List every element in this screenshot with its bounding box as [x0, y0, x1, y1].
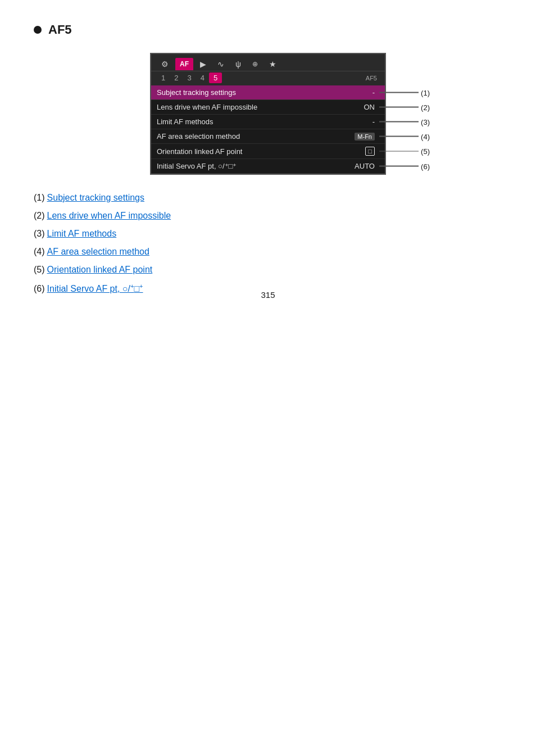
menu-item-2-value: ON [364, 103, 375, 111]
section-title: AF5 [48, 22, 72, 37]
desc-num-1: (1) [34, 193, 45, 203]
desc-item-4: (4) AF area selection method [34, 247, 502, 257]
desc-link-5[interactable]: Orientation linked AF point [47, 265, 153, 275]
tab-af-icon: AF [175, 58, 193, 70]
bullet-dot [34, 26, 42, 34]
menu-numbers: 1 2 3 4 5 AF5 [151, 71, 385, 85]
tab-wave-icon: ∿ [213, 57, 229, 71]
menu-num-3: 3 [183, 73, 196, 83]
desc-num-6: (6) [34, 284, 45, 294]
menu-item-1-label: Subject tracking settings [157, 88, 373, 97]
desc-item-1: (1) Subject tracking settings [34, 193, 502, 203]
callout-6: (6) [379, 162, 430, 170]
menu-item-4[interactable]: AF area selection method M-Fn (4) [151, 129, 385, 144]
menu-item-5[interactable]: Orientation linked AF point □ (5) [151, 144, 385, 159]
tab-network-icon: ⊕ [248, 58, 262, 70]
menu-item-4-label: AF area selection method [157, 132, 355, 141]
menu-items: Subject tracking settings - (1) Lens dri… [151, 85, 385, 174]
section-header: AF5 [34, 22, 502, 37]
desc-link-4[interactable]: AF area selection method [47, 247, 149, 257]
desc-link-2[interactable]: Lens drive when AF impossible [47, 211, 171, 221]
callout-2: (2) [379, 103, 430, 111]
menu-num-5: 5 [209, 73, 222, 83]
camera-menu: ⚙ AF ▶ ∿ ψ ⊕ ★ 1 2 3 4 5 AF5 Su [150, 53, 386, 175]
menu-item-6[interactable]: Initial Servo AF pt, ○/⁺□⁺ AUTO (6) [151, 159, 385, 174]
desc-link-1[interactable]: Subject tracking settings [47, 193, 144, 203]
menu-item-3[interactable]: Limit AF methods - (3) [151, 115, 385, 129]
menu-num-2: 2 [170, 73, 183, 83]
menu-item-1-value: - [373, 88, 375, 97]
desc-num-4: (4) [34, 247, 45, 257]
desc-list: (1) Subject tracking settings (2) Lens d… [34, 193, 502, 294]
desc-link-3[interactable]: Limit AF methods [47, 229, 117, 239]
desc-num-2: (2) [34, 211, 45, 221]
menu-item-3-value: - [373, 117, 375, 126]
tab-star-icon: ★ [265, 57, 281, 71]
page-container: AF5 ⚙ AF ▶ ∿ ψ ⊕ ★ 1 2 3 4 5 AF5 [0, 0, 536, 316]
desc-link-6[interactable]: Initial Servo AF pt, ○/+□+ [47, 283, 143, 294]
tab-camera-icon: ⚙ [157, 57, 173, 71]
callout-1: (1) [379, 88, 430, 97]
menu-item-5-label: Orientation linked AF point [157, 147, 365, 156]
tab-play-icon: ▶ [196, 57, 211, 71]
desc-item-3: (3) Limit AF methods [34, 229, 502, 239]
menu-item-4-value: M-Fn [355, 133, 375, 141]
menu-num-1: 1 [157, 73, 170, 83]
desc-num-5: (5) [34, 265, 45, 275]
menu-item-5-value: □ [365, 147, 375, 156]
menu-item-1[interactable]: Subject tracking settings - (1) [151, 85, 385, 100]
menu-item-2[interactable]: Lens drive when AF impossible ON (2) [151, 100, 385, 115]
menu-tab-label: AF5 [366, 75, 379, 82]
desc-item-2: (2) Lens drive when AF impossible [34, 211, 502, 221]
tab-settings-icon: ψ [231, 57, 246, 71]
page-number: 315 [261, 290, 275, 300]
menu-item-2-label: Lens drive when AF impossible [157, 103, 364, 111]
desc-num-3: (3) [34, 229, 45, 239]
camera-menu-container: ⚙ AF ▶ ∿ ψ ⊕ ★ 1 2 3 4 5 AF5 Su [34, 53, 502, 175]
menu-tabs: ⚙ AF ▶ ∿ ψ ⊕ ★ [151, 54, 385, 71]
menu-item-3-label: Limit AF methods [157, 117, 373, 126]
callout-5: (5) [379, 147, 430, 156]
desc-item-5: (5) Orientation linked AF point [34, 265, 502, 275]
menu-item-6-value: AUTO [355, 162, 375, 170]
menu-item-6-label: Initial Servo AF pt, ○/⁺□⁺ [157, 162, 355, 170]
menu-num-4: 4 [196, 73, 209, 83]
callout-4: (4) [379, 132, 430, 141]
callout-3: (3) [379, 117, 430, 126]
